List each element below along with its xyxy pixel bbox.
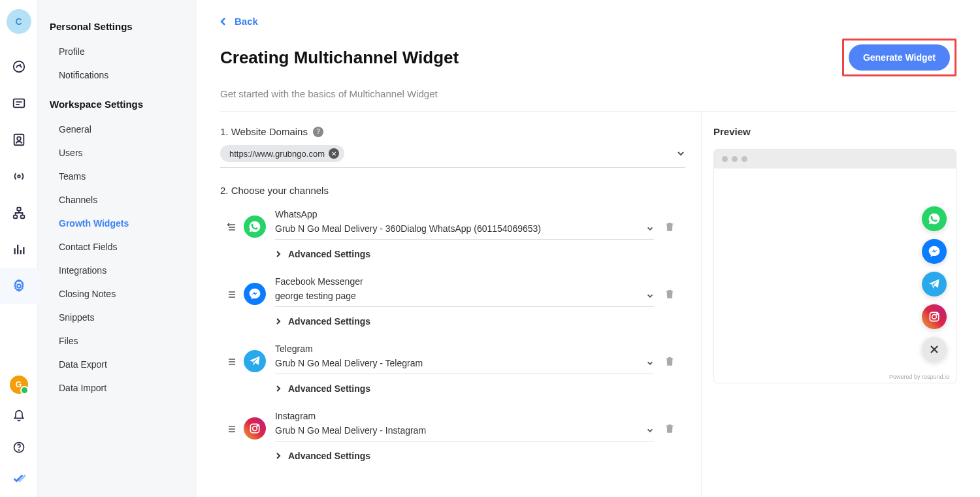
svg-point-13 xyxy=(257,425,258,426)
preview-box: Powered by respond.io xyxy=(713,149,956,383)
sidebar-item-closing-notes[interactable]: Closing Notes xyxy=(50,282,185,306)
preview-instagram-bubble[interactable] xyxy=(922,304,947,329)
generate-button-highlight: Generate Widget xyxy=(842,39,956,76)
delete-channel-button[interactable] xyxy=(654,411,685,434)
reports-icon[interactable] xyxy=(0,231,38,268)
main-content: Back Creating Multichannel Widget Genera… xyxy=(197,0,980,497)
workflow-icon[interactable] xyxy=(0,195,38,231)
preview-telegram-bubble[interactable] xyxy=(922,272,947,297)
website-domains-field[interactable]: https://www.grubngo.com ✕ xyxy=(220,145,685,168)
sidebar-item-profile[interactable]: Profile xyxy=(50,40,185,63)
advanced-settings-toggle[interactable]: Advanced Settings xyxy=(275,307,654,338)
channel-select-value: george testing page xyxy=(275,291,356,301)
chevron-down-icon xyxy=(646,225,654,232)
drag-handle-icon[interactable] xyxy=(220,209,244,232)
svg-rect-6 xyxy=(13,216,17,219)
website-domains-label: 1. Website Domains ? xyxy=(220,126,685,137)
sidebar-item-files[interactable]: Files xyxy=(50,329,185,353)
choose-channels-label: 2. Choose your channels xyxy=(220,185,685,196)
domain-chip-remove-icon[interactable]: ✕ xyxy=(329,148,339,159)
channel-name: Telegram xyxy=(275,344,654,354)
sidebar-item-snippets[interactable]: Snippets xyxy=(50,306,185,329)
channel-select[interactable]: Grub N Go Meal Delivery - 360Dialog What… xyxy=(275,223,654,240)
preview-whatsapp-bubble[interactable] xyxy=(922,206,947,231)
delete-channel-button[interactable] xyxy=(654,209,685,232)
preview-messenger-bubble[interactable] xyxy=(922,239,947,264)
settings-icon[interactable] xyxy=(0,268,38,304)
channel-body: Facebook Messenger george testing page A… xyxy=(266,276,654,338)
preview-column: Preview xyxy=(702,112,956,497)
rail-main-icons xyxy=(0,48,38,369)
drag-handle-icon[interactable] xyxy=(220,411,244,434)
domain-chip-value: https://www.grubngo.com xyxy=(229,149,325,159)
advanced-settings-label: Advanced Settings xyxy=(288,249,370,259)
channel-select[interactable]: Grub N Go Meal Delivery - Telegram xyxy=(275,358,654,374)
telegram-icon xyxy=(244,350,266,372)
preview-close-bubble[interactable] xyxy=(922,337,947,362)
channel-name: Facebook Messenger xyxy=(275,276,654,287)
broadcast-icon[interactable] xyxy=(0,158,38,195)
help-icon[interactable] xyxy=(0,432,38,463)
checkmark-icon[interactable] xyxy=(0,463,38,494)
help-tooltip-icon[interactable]: ? xyxy=(313,127,323,137)
svg-point-0 xyxy=(13,61,24,72)
browser-dot-icon xyxy=(732,156,738,162)
rail-bottom-icons: G xyxy=(0,369,38,494)
preview-footer: Powered by respond.io xyxy=(714,371,956,383)
channel-body: Telegram Grub N Go Meal Delivery - Teleg… xyxy=(266,344,654,406)
chevron-down-icon[interactable] xyxy=(676,149,685,158)
user-avatar-icon[interactable]: G xyxy=(0,369,38,400)
sidebar-item-growth-widgets[interactable]: Growth Widgets xyxy=(50,212,185,235)
main-row: 1. Website Domains ? https://www.grubngo… xyxy=(220,112,956,497)
sidebar-item-teams[interactable]: Teams xyxy=(50,165,185,188)
sidebar-item-data-export[interactable]: Data Export xyxy=(50,353,185,376)
advanced-settings-toggle[interactable]: Advanced Settings xyxy=(275,240,654,271)
delete-channel-button[interactable] xyxy=(654,276,685,300)
back-link[interactable]: Back xyxy=(220,16,258,27)
sidebar-item-integrations[interactable]: Integrations xyxy=(50,259,185,282)
sidebar-item-channels[interactable]: Channels xyxy=(50,188,185,212)
delete-channel-button[interactable] xyxy=(654,344,685,367)
channel-select-value: Grub N Go Meal Delivery - Telegram xyxy=(275,358,423,368)
personal-section-title: Personal Settings xyxy=(50,21,185,32)
settings-sidebar: Personal Settings Profile Notifications … xyxy=(38,0,197,497)
channel-name: Instagram xyxy=(275,411,654,421)
chevron-down-icon xyxy=(646,292,654,300)
svg-rect-1 xyxy=(13,99,24,108)
channel-select[interactable]: george testing page xyxy=(275,291,654,307)
svg-point-8 xyxy=(17,284,21,288)
contacts-icon[interactable] xyxy=(0,121,38,158)
sidebar-item-users[interactable]: Users xyxy=(50,141,185,165)
generate-widget-button[interactable]: Generate Widget xyxy=(849,44,950,71)
advanced-settings-toggle[interactable]: Advanced Settings xyxy=(275,441,654,473)
workspace-avatar[interactable]: C xyxy=(7,9,31,34)
dashboard-icon[interactable] xyxy=(0,48,38,85)
sidebar-item-contact-fields[interactable]: Contact Fields xyxy=(50,235,185,259)
sidebar-item-notifications[interactable]: Notifications xyxy=(50,63,185,87)
chevron-down-icon xyxy=(646,426,654,434)
sidebar-item-data-import[interactable]: Data Import xyxy=(50,376,185,400)
chevron-left-icon xyxy=(220,17,227,26)
svg-point-16 xyxy=(936,313,938,315)
svg-point-10 xyxy=(18,450,19,451)
chevron-right-icon xyxy=(275,317,282,325)
back-label: Back xyxy=(235,16,258,27)
advanced-settings-toggle[interactable]: Advanced Settings xyxy=(275,374,654,406)
chevron-right-icon xyxy=(275,250,282,258)
drag-handle-icon[interactable] xyxy=(220,276,244,300)
channel-row-messenger: Facebook Messenger george testing page A… xyxy=(220,271,685,338)
channel-row-whatsapp: WhatsApp Grub N Go Meal Delivery - 360Di… xyxy=(220,204,685,271)
nav-rail: C G xyxy=(0,0,38,497)
preview-widgets xyxy=(922,206,947,362)
advanced-settings-label: Advanced Settings xyxy=(288,451,370,461)
drag-handle-icon[interactable] xyxy=(220,344,244,367)
user-avatar: G xyxy=(10,376,28,394)
chevron-right-icon xyxy=(275,385,282,393)
sidebar-item-general[interactable]: General xyxy=(50,118,185,141)
bell-icon[interactable] xyxy=(0,400,38,432)
inbox-icon[interactable] xyxy=(0,85,38,121)
website-domains-text: 1. Website Domains xyxy=(220,126,308,137)
header-row: Creating Multichannel Widget Generate Wi… xyxy=(220,39,956,76)
channel-name: WhatsApp xyxy=(275,209,654,219)
channel-select[interactable]: Grub N Go Meal Delivery - Instagram xyxy=(275,425,654,441)
